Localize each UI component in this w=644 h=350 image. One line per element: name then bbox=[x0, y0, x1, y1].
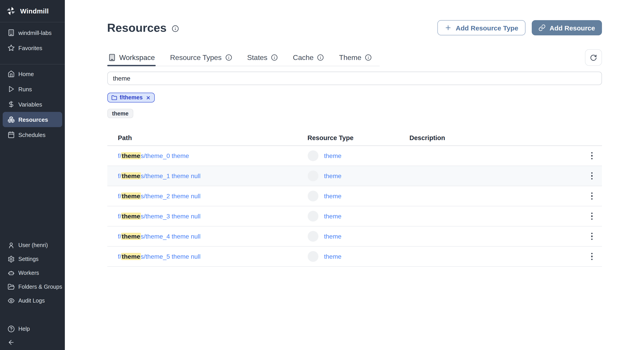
add-resource-type-button[interactable]: Add Resource Type bbox=[438, 20, 526, 35]
sidebar-item-variables[interactable]: Variables bbox=[0, 97, 65, 112]
info-icon[interactable] bbox=[225, 54, 232, 61]
search-input[interactable] bbox=[107, 72, 602, 85]
sidebar-item-label: Folders & Groups bbox=[18, 283, 62, 290]
app-name: Windmill bbox=[20, 7, 49, 15]
sidebar-item-label: Audit Logs bbox=[18, 297, 45, 304]
resource-type-link[interactable]: theme bbox=[324, 172, 342, 179]
column-header-path: Path bbox=[107, 130, 297, 146]
table-row[interactable]: f/themes/theme_0 theme theme bbox=[107, 146, 602, 166]
info-icon[interactable] bbox=[172, 25, 179, 32]
sidebar-item-label: Variables bbox=[18, 101, 42, 108]
eye-icon bbox=[8, 297, 15, 304]
resource-path-link[interactable]: f/themes/theme_5 theme null bbox=[118, 253, 200, 260]
table-row[interactable]: f/themes/theme_4 theme null theme bbox=[107, 226, 602, 246]
search-term-chip[interactable]: theme bbox=[107, 109, 134, 118]
resource-type-avatar bbox=[308, 251, 318, 262]
sidebar-item-label: Runs bbox=[18, 86, 32, 92]
search-match-highlight: theme bbox=[122, 233, 141, 240]
search-match-highlight: theme bbox=[122, 253, 141, 260]
app-logo-row[interactable]: Windmill bbox=[0, 0, 65, 22]
sidebar-item-label: Workers bbox=[18, 270, 39, 276]
resource-path-link[interactable]: f/themes/theme_4 theme null bbox=[118, 233, 200, 240]
gear-icon bbox=[8, 255, 15, 262]
folder-icon bbox=[111, 95, 117, 101]
sidebar-collapse-button[interactable] bbox=[0, 336, 65, 349]
sidebar-item-resources[interactable]: Resources bbox=[3, 112, 62, 127]
resource-type-avatar bbox=[308, 171, 318, 181]
search-match-highlight: theme bbox=[122, 152, 141, 159]
search-match-highlight: theme bbox=[122, 213, 141, 220]
search-match-highlight: theme bbox=[122, 192, 141, 200]
windmill-resources-page: Windmill windmill-labs Favorites bbox=[0, 0, 644, 350]
row-menu-button[interactable] bbox=[586, 150, 597, 162]
sidebar-item-settings[interactable]: Settings bbox=[0, 252, 65, 266]
sidebar-item-workspace[interactable]: windmill-labs bbox=[0, 25, 65, 40]
resource-type-link[interactable]: theme bbox=[324, 213, 342, 220]
link-icon bbox=[538, 24, 546, 31]
tab-theme[interactable]: Theme bbox=[338, 49, 372, 66]
page-header: Resources Add Resource Type bbox=[107, 20, 602, 35]
sidebar-item-workers[interactable]: Workers bbox=[0, 266, 65, 280]
sidebar-item-audit-logs[interactable]: Audit Logs bbox=[0, 294, 65, 307]
resource-type-avatar bbox=[308, 231, 318, 242]
sidebar-item-user[interactable]: User (henri) bbox=[0, 238, 65, 252]
row-menu-button[interactable] bbox=[586, 210, 597, 222]
add-resource-button[interactable]: Add Resource bbox=[532, 20, 602, 35]
sidebar-item-help[interactable]: Help bbox=[0, 322, 65, 336]
tab-resource-types[interactable]: Resource Types bbox=[169, 49, 233, 66]
resource-type-link[interactable]: theme bbox=[324, 253, 342, 260]
resources-table: Path Resource Type Description f/themes/… bbox=[107, 130, 602, 267]
sidebar-bottom-nav: User (henri) Settings Workers Folders & … bbox=[0, 238, 65, 307]
page-title: Resources bbox=[107, 21, 166, 35]
resource-type-link[interactable]: theme bbox=[324, 233, 342, 240]
dollar-icon bbox=[8, 101, 15, 108]
folder-open-icon bbox=[8, 283, 15, 290]
refresh-icon bbox=[590, 54, 597, 61]
sidebar-item-label: Favorites bbox=[18, 45, 42, 51]
info-icon[interactable] bbox=[317, 54, 324, 61]
info-icon[interactable] bbox=[365, 54, 372, 61]
sidebar-item-runs[interactable]: Runs bbox=[0, 82, 65, 97]
row-menu-button[interactable] bbox=[586, 230, 597, 243]
tab-states[interactable]: States bbox=[246, 49, 278, 66]
sidebar-item-schedules[interactable]: Schedules bbox=[0, 127, 65, 142]
table-body: f/themes/theme_0 theme theme f/themes/th… bbox=[107, 146, 602, 266]
resource-path-link[interactable]: f/themes/theme_2 theme null bbox=[118, 192, 200, 200]
resource-type-link[interactable]: theme bbox=[324, 152, 342, 159]
sidebar-item-label: Home bbox=[18, 71, 34, 77]
resource-type-link[interactable]: theme bbox=[324, 192, 342, 200]
description-cell bbox=[399, 206, 580, 226]
sidebar-item-folders-groups[interactable]: Folders & Groups bbox=[0, 280, 65, 294]
sidebar-item-label: Schedules bbox=[18, 131, 46, 138]
row-menu-button[interactable] bbox=[586, 190, 597, 202]
table-header-row: Path Resource Type Description bbox=[107, 130, 602, 146]
refresh-button[interactable] bbox=[585, 49, 602, 66]
calendar-icon bbox=[8, 131, 15, 138]
sidebar-item-label: Resources bbox=[18, 116, 48, 123]
table-row[interactable]: f/themes/theme_2 theme null theme bbox=[107, 186, 602, 206]
plus-icon bbox=[444, 24, 452, 31]
sidebar-item-label: Settings bbox=[18, 256, 38, 262]
robot-icon bbox=[8, 269, 15, 276]
sidebar-item-favorites[interactable]: Favorites bbox=[0, 40, 65, 56]
arrow-left-icon bbox=[8, 339, 15, 346]
resource-type-avatar bbox=[308, 191, 318, 201]
column-header-resource-type: Resource Type bbox=[297, 130, 399, 146]
play-icon bbox=[8, 86, 15, 93]
resource-path-link[interactable]: f/themes/theme_0 theme bbox=[118, 152, 189, 159]
row-menu-button[interactable] bbox=[586, 170, 597, 182]
table-row[interactable]: f/themes/theme_1 theme null theme bbox=[107, 166, 602, 186]
table-row[interactable]: f/themes/theme_5 theme null theme bbox=[107, 246, 602, 266]
tab-cache[interactable]: Cache bbox=[292, 49, 325, 66]
resource-path-link[interactable]: f/themes/theme_1 theme null bbox=[118, 172, 200, 179]
folder-filter-chip[interactable]: f/themes bbox=[107, 93, 155, 103]
sidebar-item-home[interactable]: Home bbox=[0, 66, 65, 82]
close-icon[interactable] bbox=[146, 95, 151, 100]
resource-path-link[interactable]: f/themes/theme_3 theme null bbox=[118, 213, 200, 220]
sidebar: Windmill windmill-labs Favorites bbox=[0, 0, 65, 350]
resource-type-avatar bbox=[308, 211, 318, 222]
table-row[interactable]: f/themes/theme_3 theme null theme bbox=[107, 206, 602, 226]
info-icon[interactable] bbox=[271, 54, 278, 61]
row-menu-button[interactable] bbox=[586, 250, 597, 263]
tab-workspace[interactable]: Workspace bbox=[107, 49, 156, 66]
